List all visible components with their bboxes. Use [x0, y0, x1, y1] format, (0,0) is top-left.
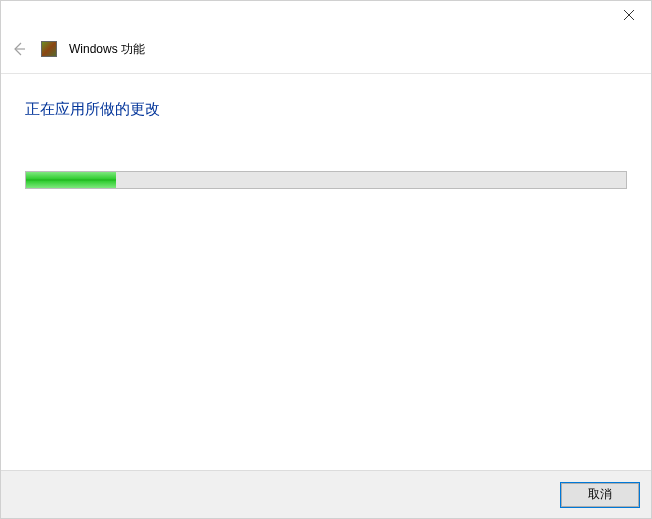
progress-bar — [25, 171, 627, 189]
footer: 取消 — [1, 470, 651, 518]
cancel-button[interactable]: 取消 — [561, 483, 639, 507]
app-icon — [41, 41, 57, 57]
back-button — [9, 39, 29, 59]
header: Windows 功能 — [1, 31, 651, 73]
arrow-left-icon — [11, 41, 27, 57]
close-icon — [624, 10, 634, 20]
progress-fill — [26, 172, 116, 188]
content-area: 正在应用所做的更改 — [1, 74, 651, 189]
titlebar — [1, 1, 651, 31]
page-heading: 正在应用所做的更改 — [25, 100, 627, 119]
window-title: Windows 功能 — [69, 41, 145, 58]
close-button[interactable] — [606, 1, 651, 29]
